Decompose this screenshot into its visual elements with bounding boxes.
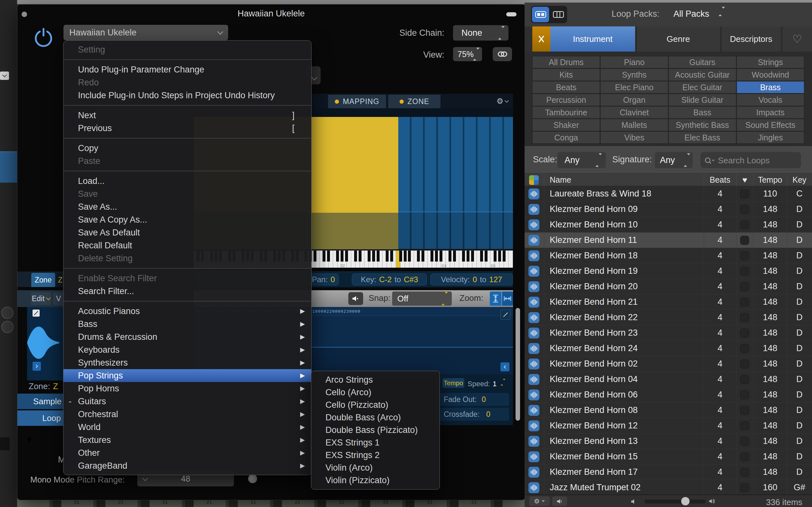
zone-tab-button[interactable]: Zone bbox=[31, 273, 55, 287]
loop-category-slide-guitar[interactable]: Slide Guitar bbox=[669, 94, 736, 106]
menu-item-other[interactable]: Other▶ bbox=[63, 446, 311, 459]
loop-category-conga[interactable]: Conga bbox=[533, 132, 600, 143]
column-header-beats[interactable]: Beats bbox=[704, 175, 736, 184]
velocity-range-field[interactable]: Velocity: 0 to 127 bbox=[430, 274, 513, 285]
piano-key-black[interactable] bbox=[399, 250, 402, 262]
tab-zone[interactable]: ZONE bbox=[388, 95, 440, 108]
loop-favorite-checkbox[interactable] bbox=[740, 344, 749, 353]
link-button[interactable] bbox=[493, 47, 512, 61]
side-chain-dropdown[interactable]: None bbox=[453, 25, 508, 41]
piano-key-black[interactable] bbox=[386, 250, 389, 262]
category-grid-icon[interactable] bbox=[529, 175, 539, 185]
loop-row-klezmer-bend-horn-22[interactable]: Klezmer Bend Horn 224148D bbox=[525, 310, 812, 325]
loop-row-klezmer-bend-horn-11[interactable]: Klezmer Bend Horn 114148D bbox=[525, 233, 812, 248]
snap-dropdown[interactable]: Off bbox=[392, 291, 452, 306]
menu-item-world[interactable]: World▶ bbox=[63, 421, 311, 434]
loop-category-elec-bass[interactable]: Elec Bass bbox=[669, 132, 736, 143]
submenu-item-violin-arco[interactable]: Violin (Arco) bbox=[311, 462, 439, 474]
loop-category-clavinet[interactable]: Clavinet bbox=[601, 107, 668, 118]
loop-category-synths[interactable]: Synths bbox=[601, 69, 668, 80]
volume-slider[interactable] bbox=[644, 500, 706, 503]
submenu-item-cello-pizzicato[interactable]: Cello (Pizzicato) bbox=[311, 399, 439, 411]
disclosure-triangle-icon[interactable]: ▼ bbox=[25, 435, 34, 445]
menu-item-save-a-copy-as[interactable]: Save A Copy As... bbox=[63, 213, 311, 226]
loop-category-vocals[interactable]: Vocals bbox=[737, 94, 804, 106]
background-dropdown-chip[interactable] bbox=[0, 71, 9, 80]
loop-favorite-checkbox[interactable] bbox=[740, 313, 749, 322]
background-round-button[interactable] bbox=[1, 307, 13, 319]
piano-key-black[interactable] bbox=[471, 250, 474, 262]
loop-row-klezmer-bend-horn-13[interactable]: Klezmer Bend Horn 134148D bbox=[525, 434, 812, 449]
piano-key-black[interactable] bbox=[408, 250, 411, 262]
loop-row-klezmer-bend-horn-23[interactable]: Klezmer Bend Horn 234148D bbox=[525, 325, 812, 341]
piano-key-black[interactable] bbox=[422, 250, 424, 262]
menu-item-copy[interactable]: Copy bbox=[63, 142, 311, 155]
loop-row-klezmer-bend-horn-06[interactable]: Klezmer Bend Horn 064148D bbox=[525, 387, 812, 403]
loop-row-klezmer-bend-horn-09[interactable]: Klezmer Bend Horn 094148D bbox=[525, 202, 812, 217]
loop-category-guitars[interactable]: Guitars bbox=[669, 56, 736, 68]
piano-key-black[interactable] bbox=[453, 250, 456, 262]
loop-category-elec-guitar[interactable]: Elec Guitar bbox=[669, 81, 736, 93]
crossfade-field[interactable]: Crossfade: 0 bbox=[439, 408, 509, 421]
piano-key-black[interactable] bbox=[359, 250, 362, 262]
submenu-item-arco-strings[interactable]: Arco Strings bbox=[311, 374, 439, 386]
piano-key-black[interactable] bbox=[390, 250, 393, 262]
loop-category-bass[interactable]: Bass bbox=[669, 107, 736, 118]
zoom-vertical-button[interactable] bbox=[490, 291, 501, 306]
action-menu-button[interactable]: ⚙ bbox=[493, 96, 511, 107]
piano-key-black[interactable] bbox=[372, 250, 375, 262]
menu-item-save-as[interactable]: Save As... bbox=[63, 200, 311, 213]
loop-row-klezmer-bend-horn-17[interactable]: Klezmer Bend Horn 174148D bbox=[525, 464, 812, 480]
loop-favorite-checkbox[interactable] bbox=[740, 468, 749, 477]
loop-favorite-checkbox[interactable] bbox=[740, 236, 749, 245]
column-header-name[interactable]: Name bbox=[550, 175, 571, 184]
piano-key-black[interactable] bbox=[377, 250, 380, 262]
piano-key-black[interactable] bbox=[498, 250, 501, 262]
column-header-tempo[interactable]: Tempo bbox=[753, 175, 787, 184]
loop-favorite-checkbox[interactable] bbox=[740, 483, 749, 492]
loop-row-klezmer-bend-horn-02[interactable]: Klezmer Bend Horn 024148D bbox=[525, 356, 812, 372]
piano-key-black[interactable] bbox=[431, 250, 433, 262]
loop-category-synthetic-bass[interactable]: Synthetic Bass bbox=[669, 119, 736, 131]
menu-item-bass[interactable]: Bass▶ bbox=[63, 318, 311, 331]
piano-key-black[interactable] bbox=[323, 250, 325, 262]
volume-slider-thumb[interactable] bbox=[681, 497, 690, 505]
loop-category-beats[interactable]: Beats bbox=[533, 81, 600, 93]
tempo-chip[interactable]: Tempo bbox=[442, 378, 464, 388]
submenu-item-exs-strings-1[interactable]: EXS Strings 1 bbox=[311, 437, 439, 449]
preset-dropdown[interactable]: Hawaiian Ukelele bbox=[63, 25, 228, 40]
loop-favorite-checkbox[interactable] bbox=[740, 329, 749, 338]
button-view-toggle[interactable] bbox=[532, 7, 549, 22]
piano-key-black[interactable] bbox=[327, 250, 330, 262]
vertical-scrollbar[interactable] bbox=[516, 308, 520, 421]
menu-item-pop-horns[interactable]: Pop Horns▶ bbox=[63, 382, 311, 395]
loop-row-klezmer-bend-horn-04[interactable]: Klezmer Bend Horn 044148D bbox=[525, 372, 812, 387]
loop-favorite-checkbox[interactable] bbox=[740, 267, 749, 276]
submenu-item-cello-arco[interactable]: Cello (Arco) bbox=[311, 386, 439, 399]
selection-tool-chip[interactable] bbox=[33, 309, 40, 317]
menu-item-search-filter[interactable]: Search Filter... bbox=[63, 285, 311, 298]
menu-item-recall-default[interactable]: Recall Default bbox=[63, 239, 311, 252]
menu-item-orchestral[interactable]: Orchestral▶ bbox=[63, 408, 311, 421]
scroll-left-button[interactable]: ‹ bbox=[500, 362, 509, 372]
loop-category-tambourine[interactable]: Tambourine bbox=[533, 107, 600, 118]
scroll-right-button[interactable]: › bbox=[33, 362, 41, 371]
column-header-favorite heart-icon[interactable]: ♥ bbox=[736, 175, 753, 184]
piano-key-black[interactable] bbox=[467, 250, 470, 262]
loop-category-shaker[interactable]: Shaker bbox=[533, 119, 600, 131]
loop-category-all-drums[interactable]: All Drums bbox=[533, 56, 600, 68]
piano-key-black[interactable] bbox=[439, 250, 442, 262]
power-button[interactable] bbox=[34, 27, 53, 47]
menu-item-synthesizers[interactable]: Synthesizers▶ bbox=[63, 356, 311, 369]
piano-key-black[interactable] bbox=[462, 250, 465, 262]
pan-field[interactable]: Pan: 0 bbox=[308, 274, 339, 285]
key-range-field[interactable]: Key: C-2 to C#3 bbox=[352, 274, 427, 285]
loop-favorite-checkbox[interactable] bbox=[740, 390, 749, 399]
submenu-item-double-bass-pizzicato[interactable]: Double Bass (Pizzicato) bbox=[311, 424, 439, 437]
piano-key-black[interactable] bbox=[345, 250, 348, 262]
loop-row-klezmer-bend-horn-21[interactable]: Klezmer Bend Horn 214148D bbox=[525, 294, 812, 310]
clear-filter-button[interactable] bbox=[532, 26, 550, 52]
loop-category-elec-piano[interactable]: Elec Piano bbox=[601, 81, 668, 93]
loop-favorite-checkbox[interactable] bbox=[740, 421, 749, 430]
loop-category-sound-effects[interactable]: Sound Effects bbox=[737, 119, 804, 131]
